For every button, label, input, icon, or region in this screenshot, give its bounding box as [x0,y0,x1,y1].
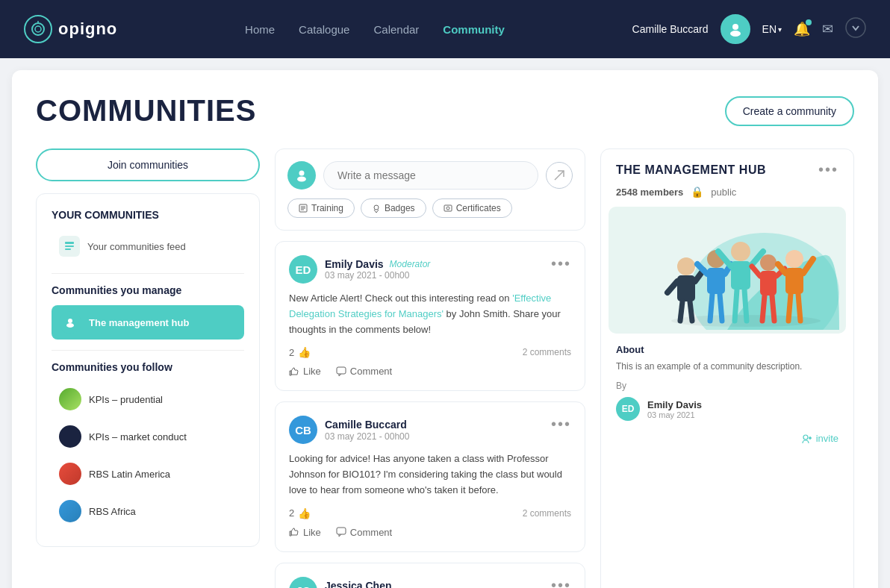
post-content-0: New Article Alert! Check out this intere… [289,291,571,337]
nav-calendar[interactable]: Calendar [373,23,419,36]
post-header-1: CB Camille Buccard 03 may 2021 - 00h00 •… [289,416,571,444]
like-button-1[interactable]: Like [289,527,321,538]
post-content-1: Looking for advice! Has anyone taken a c… [289,451,571,498]
post-avatar-2: JC [289,577,317,588]
invite-section: invite [601,427,853,456]
svg-rect-19 [444,205,452,211]
communities-feed-item[interactable]: Your communities feed [52,230,244,263]
post-author-row-2: JC Jessica Chen 03 may 2021 - 00h00 [289,577,409,588]
comment-button-0[interactable]: Comment [336,366,392,377]
svg-line-26 [668,281,677,293]
post-header-0: ED Emily Davis Moderator 03 may 2021 - 0… [289,255,571,284]
invite-label: invite [816,433,838,444]
svg-line-47 [710,294,712,321]
compose-tags: Training Badges Certificates [287,198,573,218]
svg-rect-21 [337,367,346,374]
post-avatar-1: CB [289,416,317,444]
post-more-1[interactable]: ••• [551,416,571,433]
nav-catalogue[interactable]: Catalogue [299,23,349,36]
svg-point-9 [68,319,72,323]
managed-community-0-label: The management hub [89,317,189,328]
post-card-1: CB Camille Buccard 03 may 2021 - 00h00 •… [275,401,585,551]
svg-line-54 [798,294,800,321]
user-avatar[interactable] [721,14,750,44]
followed-community-0[interactable]: KPIs – prudential [52,382,244,416]
join-communities-button[interactable]: Join communities [36,148,260,181]
like-button-0[interactable]: Like [289,366,321,377]
svg-point-5 [846,18,865,37]
panel-author-info: Emily Davis 03 may 2021 [647,399,702,419]
reaction-emoji-0: 👍 [298,346,311,358]
messages-icon[interactable]: ✉ [822,21,833,37]
reaction-emoji-1: 👍 [298,507,311,519]
managed-community-0[interactable]: The management hub [52,305,244,340]
compose-input[interactable] [323,161,538,190]
app-header: opigno Home Catalogue Calendar Community… [0,0,890,58]
nav-home[interactable]: Home [245,23,275,36]
post-actions-0: Like Comment [289,366,571,377]
post-author-name-0: Emily Davis [325,258,384,270]
panel-about-title: About [616,344,838,355]
followed-community-2[interactable]: RBS Latin America [52,457,244,491]
divider-2 [52,350,244,351]
right-panel: THE MANAGEMENT HUB ••• 2548 members 🔒 pu… [600,148,854,588]
svg-point-40 [785,250,803,268]
compose-row [287,161,573,190]
svg-line-45 [680,301,682,321]
post-author-row-0: ED Emily Davis Moderator 03 may 2021 - 0… [289,255,430,284]
comments-count-0: 2 comments [523,347,571,357]
manage-section-title: Communities you manage [52,284,244,296]
page-header: COMMUNITIES Create a community [36,94,854,128]
post-more-2[interactable]: ••• [551,577,571,588]
main-nav: Home Catalogue Calendar Community [147,23,602,36]
post-timestamp-0: 03 may 2021 - 00h00 [325,270,430,281]
community-avatar-rbs2 [59,500,81,522]
post-author-row-1: CB Camille Buccard 03 may 2021 - 00h00 [289,416,409,444]
svg-line-53 [788,294,791,321]
svg-rect-41 [785,268,803,294]
svg-line-52 [772,295,774,321]
comments-count-1: 2 comments [523,508,571,519]
user-menu-button[interactable] [845,17,866,42]
header-right: Camille Buccard EN ▾ 🔔 ✉ [632,14,866,44]
tag-badges[interactable]: Badges [361,198,426,218]
language-selector[interactable]: EN ▾ [762,23,782,35]
tag-training[interactable]: Training [287,198,355,218]
community-avatar-kpi1 [59,388,81,410]
tag-certificates[interactable]: Certificates [432,198,512,218]
followed-community-1[interactable]: KPIs – market conduct [52,419,244,454]
svg-point-12 [297,177,306,182]
main-columns: Join communities YOUR COMMUNITIES Your c… [36,148,854,588]
svg-point-1 [35,26,41,32]
post-more-0[interactable]: ••• [551,255,571,272]
post-reactions-1: 2 👍 2 comments [289,507,571,519]
send-message-button[interactable] [546,162,573,189]
post-author-role-0: Moderator [390,259,431,269]
svg-line-51 [762,295,765,321]
svg-point-32 [731,242,750,261]
notifications-icon[interactable]: 🔔 [794,21,810,37]
panel-more-button[interactable]: ••• [818,161,838,178]
comment-button-1[interactable]: Comment [336,527,392,538]
svg-point-10 [66,323,74,328]
post-author-name-2: Jessica Chen [325,580,392,588]
followed-community-3[interactable]: RBS Africa [52,494,244,528]
left-sidebar: Join communities YOUR COMMUNITIES Your c… [36,148,260,588]
members-count: 2548 members [616,187,683,198]
svg-point-0 [32,23,44,35]
logo-icon [24,15,52,43]
visibility-label: public [711,187,736,198]
svg-rect-6 [65,242,74,244]
panel-title: THE MANAGEMENT HUB [616,163,766,177]
post-author-info-0: Emily Davis Moderator 03 may 2021 - 00h0… [325,258,430,281]
nav-community[interactable]: Community [443,23,505,36]
post-card-2: JC Jessica Chen 03 may 2021 - 00h00 ••• … [275,563,585,588]
invite-button[interactable]: invite [802,433,838,444]
followed-2-label: RBS Latin America [89,469,170,480]
community-avatar-kpi2 [59,425,81,448]
svg-rect-37 [760,271,777,295]
panel-author-name: Emily Davis [647,399,702,410]
page-container: COMMUNITIES Create a community Join comm… [12,70,878,588]
create-community-button[interactable]: Create a community [725,96,854,126]
community-avatar-rbs1 [59,463,81,485]
